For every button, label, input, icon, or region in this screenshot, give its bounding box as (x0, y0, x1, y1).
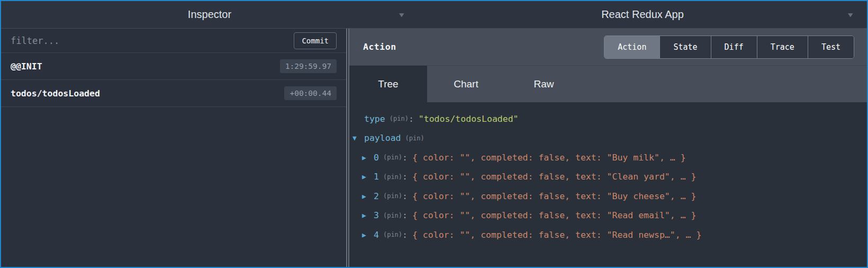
expand-arrow-icon[interactable]: ▶ (362, 231, 374, 239)
tree-row-item: ▶ 4 (pin): { color: "", completed: false… (362, 225, 867, 245)
chevron-down-icon: ▼ (399, 11, 404, 18)
colon: : (402, 210, 408, 220)
detail-header: Action Action State Diff Trace Test (349, 29, 867, 66)
subtab-chart[interactable]: Chart (427, 66, 505, 102)
monitor-select-label: Inspector (188, 8, 231, 21)
detail-tab-group: Action State Diff Trace Test (604, 35, 854, 59)
commit-button[interactable]: Commit (294, 32, 337, 49)
pin-button[interactable]: (pin) (405, 135, 424, 142)
colon: : (402, 172, 408, 182)
filter-row: Commit (1, 29, 346, 53)
object-preview: { color: "", completed: false, text: "Re… (412, 210, 696, 220)
instance-select-label: React Redux App (601, 8, 684, 21)
monitor-select[interactable]: Inspector ▼ (1, 1, 418, 28)
tree-key[interactable]: payload (364, 133, 401, 143)
tree-string-value: "todos/todosLoaded" (419, 114, 519, 124)
action-name: todos/todosLoaded (11, 88, 284, 99)
object-preview: { color: "", completed: false, text: "Re… (412, 230, 701, 240)
tree-row-item: ▶ 0 (pin): { color: "", completed: false… (362, 148, 867, 167)
pin-button[interactable]: (pin) (383, 154, 402, 161)
tab-action[interactable]: Action (604, 36, 660, 58)
tree-index[interactable]: 0 (374, 153, 379, 163)
tree-row-item: ▶ 3 (pin): { color: "", completed: false… (362, 206, 867, 226)
object-preview: { color: "", completed: false, text: "Bu… (412, 191, 696, 201)
colon: : (402, 230, 408, 240)
action-timestamp: 1:29:59.97 (280, 59, 337, 73)
pin-button[interactable]: (pin) (383, 231, 402, 238)
detail-section-title: Action (363, 42, 396, 52)
main-split: Commit @@INIT 1:29:59.97 todos/todosLoad… (1, 29, 867, 267)
colon: : (402, 153, 408, 163)
object-preview: { color: "", completed: false, text: "Cl… (412, 172, 696, 182)
chevron-down-icon: ▼ (848, 11, 853, 18)
subtab-tree[interactable]: Tree (349, 66, 427, 102)
tree-index[interactable]: 2 (374, 191, 379, 201)
top-bar: Inspector ▼ React Redux App ▼ (1, 1, 867, 29)
action-timestamp: +00:00.44 (284, 86, 337, 100)
action-detail-panel: Action Action State Diff Trace Test Tree… (349, 29, 867, 267)
tree-index[interactable]: 1 (374, 172, 379, 182)
expand-arrow-icon[interactable]: ▶ (362, 211, 374, 219)
expand-arrow-icon[interactable]: ▶ (362, 173, 374, 181)
tree-row-item: ▶ 2 (pin): { color: "", completed: false… (362, 186, 867, 206)
pin-button[interactable]: (pin) (383, 212, 402, 219)
object-preview: { color: "", completed: false, text: "Bu… (412, 153, 686, 163)
subtab-raw[interactable]: Raw (505, 66, 583, 102)
instance-select[interactable]: React Redux App ▼ (418, 1, 867, 28)
collapse-arrow-icon[interactable]: ▼ (352, 134, 364, 142)
tree-row-item: ▶ 1 (pin): { color: "", completed: false… (362, 167, 867, 187)
colon: : (402, 191, 408, 201)
tab-test[interactable]: Test (808, 36, 854, 58)
tree-index[interactable]: 3 (374, 210, 379, 220)
pin-button[interactable]: (pin) (383, 173, 402, 181)
tab-diff[interactable]: Diff (711, 36, 757, 58)
expand-arrow-icon[interactable]: ▶ (362, 192, 374, 200)
view-mode-tabs: Tree Chart Raw (349, 66, 867, 102)
action-list-item[interactable]: todos/todosLoaded +00:00.44 (1, 80, 346, 107)
filter-input[interactable] (11, 35, 294, 46)
tab-trace[interactable]: Trace (757, 36, 808, 58)
colon: : (409, 114, 414, 124)
json-tree: type (pin): "todos/todosLoaded" ▼ payloa… (349, 102, 867, 267)
pin-button[interactable]: (pin) (390, 115, 409, 122)
redux-devtools-window: Inspector ▼ React Redux App ▼ Commit @@I… (0, 0, 868, 268)
tree-key: type (364, 114, 385, 124)
expand-arrow-icon[interactable]: ▶ (362, 154, 374, 162)
tree-row-payload: ▼ payload (pin) (352, 129, 867, 148)
action-list-item[interactable]: @@INIT 1:29:59.97 (1, 53, 346, 80)
tree-row-type: type (pin): "todos/todosLoaded" (352, 109, 867, 129)
tree-index[interactable]: 4 (374, 230, 379, 240)
action-list-panel: Commit @@INIT 1:29:59.97 todos/todosLoad… (1, 29, 346, 267)
action-name: @@INIT (11, 61, 280, 72)
pin-button[interactable]: (pin) (383, 192, 402, 200)
tab-state[interactable]: State (660, 36, 711, 58)
